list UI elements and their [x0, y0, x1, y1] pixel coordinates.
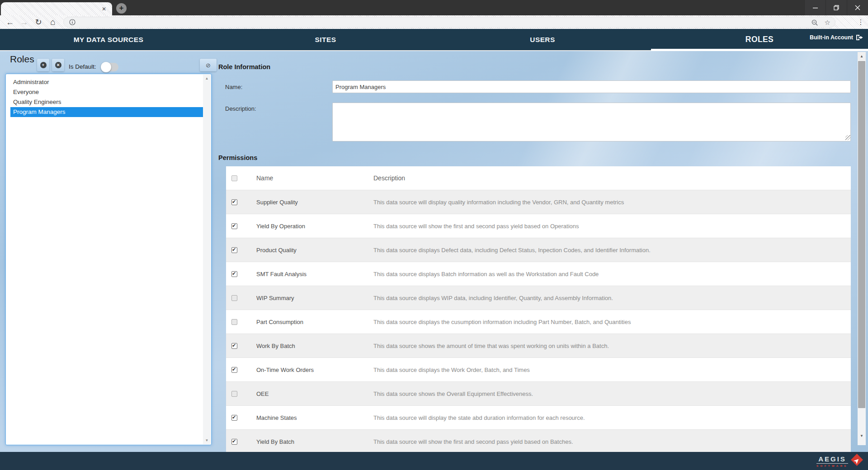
permission-checkbox[interactable]	[231, 247, 237, 253]
permission-checkbox[interactable]	[231, 295, 237, 301]
permissions-rows: Supplier QualityThis data source will di…	[226, 190, 851, 453]
brand-subtitle: SOFTWARE	[816, 465, 848, 467]
permission-description: This data source shows the amount of tim…	[373, 334, 609, 358]
back-button[interactable]: ←	[4, 15, 16, 29]
permission-checkbox[interactable]	[231, 415, 237, 421]
permission-description: This data source will display the state …	[373, 406, 585, 430]
roles-panel-title: Roles	[10, 54, 34, 65]
zoom-out-icon[interactable]	[811, 19, 818, 26]
permission-checkbox[interactable]	[231, 439, 237, 445]
permission-name: Product Quality	[256, 238, 297, 262]
roles-list-item[interactable]: Quality Engineers	[10, 97, 203, 107]
roles-listbox-items: AdministratorEveryoneQuality EngineersPr…	[10, 77, 203, 117]
permission-row: SMT Fault AnalysisThis data source displ…	[226, 262, 851, 286]
permission-name: Part Consumption	[256, 310, 303, 334]
add-role-button[interactable]: +	[37, 59, 49, 71]
close-window-button[interactable]	[847, 0, 868, 15]
nav-tab-label: USERS	[530, 36, 555, 44]
permission-description: This data source displays Defect data, i…	[373, 238, 651, 262]
nav-tab-sites[interactable]: SITES	[217, 29, 434, 50]
browser-menu-icon[interactable]: ⋮	[854, 15, 867, 29]
permission-description: This data source will show the first and…	[373, 214, 579, 238]
scroll-down-icon[interactable]: ▼	[858, 432, 866, 440]
name-column-header: Name	[256, 166, 273, 190]
permissions-title: Permissions	[218, 154, 257, 161]
window-controls	[804, 0, 868, 15]
scrollbar-thumb[interactable]	[858, 61, 865, 408]
nav-tab-my-data-sources[interactable]: MY DATA SOURCES	[0, 29, 217, 50]
roles-listbox[interactable]: AdministratorEveryoneQuality EngineersPr…	[5, 74, 212, 445]
toggle-knob	[101, 62, 111, 72]
roles-list-item[interactable]: Administrator	[10, 77, 203, 87]
add-icon: +	[40, 62, 47, 68]
browser-tab-bar: ✕ +	[0, 0, 868, 15]
app-nav: MY DATA SOURCES SITES USERS ROLES	[0, 29, 868, 51]
close-icon	[855, 5, 860, 10]
scroll-up-icon[interactable]: ▲	[203, 75, 211, 82]
permission-description: This data source displays the cusumption…	[373, 310, 631, 334]
permission-row: Yield By BatchThis data source will show…	[226, 430, 851, 453]
main-scrollbar[interactable]: ▲ ▼	[858, 52, 866, 445]
permission-description: This data source will show the first and…	[373, 430, 573, 453]
aegis-logo-mark-icon: ➤	[852, 455, 863, 465]
roles-listbox-scrollbar[interactable]: ▲ ▼	[203, 75, 211, 444]
permission-name: Machine States	[256, 406, 297, 430]
permission-name: SMT Fault Analysis	[256, 262, 307, 286]
reload-button[interactable]: ↻	[32, 15, 45, 29]
is-default-label: Is Default:	[69, 63, 96, 70]
restore-button[interactable]	[826, 0, 847, 15]
permission-row: On-Time Work OrdersThis data source disp…	[226, 358, 851, 382]
permission-row: Supplier QualityThis data source will di…	[226, 190, 851, 214]
nav-tab-users[interactable]: USERS	[434, 29, 651, 50]
description-column-header: Description	[373, 166, 405, 190]
permission-name: Supplier Quality	[256, 190, 298, 214]
role-information-title: Role Information	[218, 63, 270, 70]
name-input[interactable]	[332, 80, 851, 93]
permission-checkbox[interactable]	[231, 271, 237, 277]
permissions-header-row: Name Description	[226, 166, 851, 190]
permission-row: Product QualityThis data source displays…	[226, 238, 851, 262]
scroll-down-icon[interactable]: ▼	[203, 437, 211, 444]
new-tab-button[interactable]: +	[116, 3, 127, 14]
bookmark-star-icon[interactable]: ☆	[825, 19, 830, 27]
permission-row: Part ConsumptionThis data source display…	[226, 310, 851, 334]
permission-name: Yield By Operation	[256, 214, 305, 238]
brand-name: AEGIS	[816, 455, 848, 464]
permission-checkbox[interactable]	[231, 199, 237, 205]
home-button[interactable]: ⌂	[47, 15, 59, 29]
permission-row: Yield By OperationThis data source will …	[226, 214, 851, 238]
tab-close-icon[interactable]: ✕	[100, 5, 108, 13]
permission-checkbox[interactable]	[231, 343, 237, 349]
permission-checkbox[interactable]	[231, 223, 237, 229]
delete-role-button[interactable]: ✕	[52, 59, 64, 71]
is-default-toggle[interactable]	[101, 63, 118, 71]
permission-name: Yield By Batch	[256, 430, 294, 453]
permission-checkbox[interactable]	[231, 319, 237, 325]
select-all-checkbox[interactable]	[231, 175, 237, 181]
minimize-icon	[813, 5, 818, 10]
roles-list-item[interactable]: Everyone	[10, 87, 203, 97]
minimize-button[interactable]	[804, 0, 826, 15]
forward-button[interactable]: →	[18, 15, 30, 29]
permission-row: Machine StatesThis data source will disp…	[226, 406, 851, 430]
permission-description: This data source displays Batch informat…	[373, 262, 599, 286]
footer: AEGIS SOFTWARE ➤	[0, 452, 868, 470]
restore-icon	[834, 5, 839, 10]
address-bar-actions: ☆	[811, 17, 830, 28]
aegis-logo: AEGIS SOFTWARE	[816, 455, 848, 467]
permission-checkbox[interactable]	[231, 367, 237, 373]
info-icon[interactable]	[69, 19, 75, 25]
address-bar[interactable]: ☆	[63, 17, 835, 28]
permission-row: Work By BatchThis data source shows the …	[226, 334, 851, 358]
resize-grip-icon[interactable]	[845, 135, 850, 140]
scroll-up-icon[interactable]: ▲	[858, 52, 866, 60]
permission-row: OEEThis data source shows the Overall Eq…	[226, 382, 851, 406]
description-textarea[interactable]	[332, 103, 851, 141]
roles-list-item[interactable]: Program Managers	[10, 107, 203, 117]
clear-selection-button[interactable]: ⊘	[200, 59, 217, 71]
account-button[interactable]: Built-in Account	[810, 34, 863, 41]
name-label: Name:	[225, 84, 242, 90]
permission-checkbox[interactable]	[231, 391, 237, 397]
account-label: Built-in Account	[810, 34, 853, 41]
browser-tab[interactable]: ✕	[1, 2, 112, 15]
